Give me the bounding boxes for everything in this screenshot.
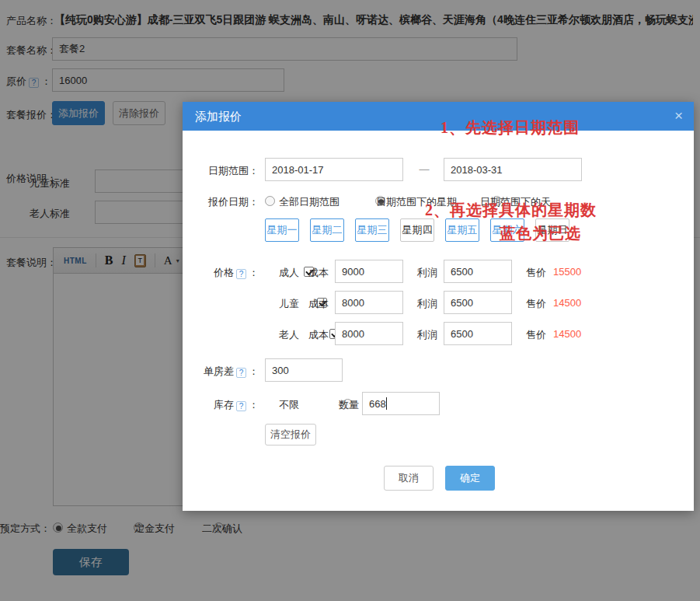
- profit-label: 利润: [417, 266, 437, 280]
- radio-stock-quantity-label: 数量: [339, 398, 359, 412]
- help-icon[interactable]: ?: [236, 401, 246, 411]
- profit-label: 利润: [417, 328, 437, 342]
- cost-label: 成本: [308, 266, 329, 280]
- help-icon[interactable]: ?: [236, 368, 246, 378]
- checkbox-child-label: 儿童: [279, 297, 299, 311]
- weekday-button-wednesday[interactable]: 星期三: [355, 218, 389, 242]
- single-room-diff-label: 单房差?：: [183, 365, 259, 379]
- adult-cost-input[interactable]: [335, 260, 403, 283]
- weekday-button-thursday[interactable]: 星期四: [400, 218, 434, 242]
- annotation-blue-selected: 蓝色为已选: [500, 223, 581, 244]
- date-from-input[interactable]: [265, 158, 403, 181]
- close-icon[interactable]: ×: [674, 107, 683, 124]
- quote-date-label: 报价日期：: [183, 195, 259, 209]
- weekday-button-tuesday[interactable]: 星期二: [310, 218, 344, 242]
- sale-price-label: 售价: [526, 328, 546, 342]
- sale-price-label: 售价: [526, 266, 546, 280]
- add-quote-dialog: 添加报价 × 1、先选择日期范围 2、再选择具体的星期数 蓝色为已选 日期范围：…: [183, 102, 694, 511]
- price-label: 价格?：: [183, 266, 259, 280]
- date-range-separator: —: [414, 163, 434, 175]
- child-profit-input[interactable]: [444, 291, 512, 314]
- date-range-label: 日期范围：: [183, 164, 259, 178]
- elder-profit-input[interactable]: [444, 322, 512, 345]
- radio-all-dates-label: 全部日期范围: [279, 195, 340, 209]
- checkbox-adult-label: 成人: [279, 266, 299, 280]
- child-sale-price-value: 14500: [553, 297, 581, 309]
- help-icon[interactable]: ?: [236, 269, 246, 279]
- confirm-button[interactable]: 确定: [445, 466, 495, 491]
- adult-profit-input[interactable]: [444, 260, 512, 283]
- dialog-header: [183, 102, 694, 131]
- cancel-button[interactable]: 取消: [384, 466, 434, 491]
- adult-sale-price-value: 15500: [553, 266, 581, 278]
- profit-label: 利润: [417, 297, 437, 311]
- sale-price-label: 售价: [526, 297, 546, 311]
- cost-label: 成本: [308, 297, 329, 311]
- annotation-step1: 1、先选择日期范围: [441, 117, 580, 138]
- radio-stock-unlimited-label: 不限: [279, 398, 299, 412]
- elder-sale-price-value: 14500: [553, 328, 581, 340]
- weekday-button-monday[interactable]: 星期一: [265, 218, 299, 242]
- dialog-title: 添加报价: [195, 110, 242, 124]
- text-cursor: [386, 397, 387, 410]
- elder-cost-input[interactable]: [335, 322, 403, 345]
- stock-quantity-input[interactable]: [362, 392, 440, 415]
- page-root: 产品名称： 【纯玩0购安心游】成都-三亚双飞5日跟团游 蜈支洲岛、南山、呀诺达、…: [0, 0, 700, 601]
- date-to-input[interactable]: [444, 158, 582, 181]
- checkbox-elder-label: 老人: [279, 328, 299, 342]
- clear-all-quotes-button[interactable]: 清空报价: [265, 424, 316, 446]
- annotation-step2: 2、再选择具体的星期数: [425, 200, 597, 221]
- weekday-button-friday[interactable]: 星期五: [445, 218, 479, 242]
- cost-label: 成本: [308, 328, 329, 342]
- single-room-diff-input[interactable]: [265, 358, 343, 382]
- stock-label: 库存?：: [183, 398, 259, 412]
- child-cost-input[interactable]: [335, 291, 403, 314]
- radio-all-dates[interactable]: [265, 196, 275, 206]
